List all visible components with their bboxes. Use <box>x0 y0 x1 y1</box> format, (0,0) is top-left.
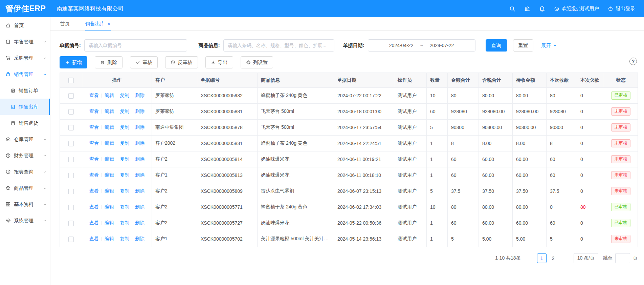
export-button[interactable]: 导出 <box>205 56 233 68</box>
edit-link[interactable]: 编辑 <box>105 236 114 241</box>
tax-total-cell: 60.00 <box>479 215 513 231</box>
product-cell: 蜂蜜柚子茶 240g 黄色 <box>258 199 334 215</box>
basic-icon <box>5 202 11 207</box>
edit-link[interactable]: 编辑 <box>105 156 114 162</box>
delete-link[interactable]: 删除 <box>135 140 145 146</box>
edit-link[interactable]: 编辑 <box>105 220 114 225</box>
building-icon[interactable] <box>524 6 530 12</box>
view-link[interactable]: 查看 <box>89 108 99 114</box>
copy-link[interactable]: 复制 <box>120 172 129 178</box>
copy-link[interactable]: 复制 <box>120 93 129 98</box>
row-checkbox[interactable] <box>68 173 74 178</box>
amount-cell: 60 <box>448 215 479 231</box>
view-link[interactable]: 查看 <box>89 156 99 162</box>
sidebar-item-finance[interactable]: 财务管理 <box>0 147 50 164</box>
view-link[interactable]: 查看 <box>89 220 99 225</box>
add-button[interactable]: 新增 <box>60 56 87 68</box>
page-size-select[interactable]: 10 条/页 <box>574 253 598 263</box>
date-range-picker[interactable]: 2024-04-22 ~ 2024-07-22 <box>368 39 475 52</box>
copy-link[interactable]: 复制 <box>120 156 129 162</box>
sidebar-item-sales-outbound[interactable]: 销售出库 <box>0 99 50 115</box>
expand-link[interactable]: 展开 <box>541 42 557 49</box>
amount-cell: 80 <box>448 199 479 215</box>
reset-button[interactable]: 重置 <box>513 39 533 52</box>
row-checkbox[interactable] <box>68 141 74 146</box>
column-settings-button[interactable]: 列设置 <box>241 56 273 68</box>
row-checkbox[interactable] <box>68 93 74 99</box>
delete-link[interactable]: 删除 <box>135 236 145 241</box>
delete-link[interactable]: 删除 <box>135 220 145 225</box>
sidebar-item-report[interactable]: 报表查询 <box>0 164 50 180</box>
logout-button[interactable]: 退出登录 <box>608 5 635 12</box>
help-icon[interactable]: ? <box>629 58 637 65</box>
delete-link[interactable]: 删除 <box>135 204 145 209</box>
jump-page-input[interactable] <box>615 253 630 263</box>
row-checkbox[interactable] <box>68 237 74 242</box>
view-link[interactable]: 查看 <box>89 236 99 241</box>
view-link[interactable]: 查看 <box>89 124 99 130</box>
search-icon[interactable] <box>509 6 515 12</box>
select-all-checkbox[interactable] <box>68 78 74 83</box>
operations-cell: 查看编辑复制删除 <box>82 167 152 183</box>
close-icon[interactable]: × <box>108 21 111 27</box>
sidebar-item-sales[interactable]: 销售管理 <box>0 66 50 82</box>
delete-link[interactable]: 删除 <box>135 156 145 162</box>
row-checkbox[interactable] <box>68 157 74 162</box>
sidebar-item-home[interactable]: 首页 <box>0 17 50 34</box>
delete-link[interactable]: 删除 <box>135 172 145 178</box>
sidebar-item-system[interactable]: 系统管理 <box>0 212 50 229</box>
unaudit-button[interactable]: 反审核 <box>165 56 198 68</box>
sidebar-item-basic[interactable]: 基本资料 <box>0 196 50 212</box>
sidebar-item-sales-return[interactable]: 销售退货 <box>0 115 50 131</box>
delete-link[interactable]: 删除 <box>135 108 145 114</box>
view-link[interactable]: 查看 <box>89 140 99 146</box>
tab-home[interactable]: 首页 <box>60 17 70 30</box>
edit-link[interactable]: 编辑 <box>105 124 114 130</box>
copy-link[interactable]: 复制 <box>120 140 129 146</box>
page-1-button[interactable]: 1 <box>537 253 547 263</box>
row-checkbox[interactable] <box>68 189 74 194</box>
delete-button[interactable]: 删除 <box>95 56 123 68</box>
sidebar-item-product[interactable]: 商品管理 <box>0 180 50 196</box>
table-row: 查看编辑复制删除 罗莱家纺 XSCK00000005881 飞天茅台 500ml… <box>60 104 638 120</box>
copy-link[interactable]: 复制 <box>120 204 129 209</box>
page-number-list: 12 <box>537 253 558 263</box>
copy-link[interactable]: 复制 <box>120 188 129 194</box>
view-link[interactable]: 查看 <box>89 188 99 194</box>
row-checkbox[interactable] <box>68 221 74 226</box>
edit-link[interactable]: 编辑 <box>105 140 114 146</box>
copy-link[interactable]: 复制 <box>120 220 129 225</box>
row-checkbox[interactable] <box>68 125 74 130</box>
edit-link[interactable]: 编辑 <box>105 108 114 114</box>
row-checkbox[interactable] <box>68 205 74 210</box>
next-page-button[interactable] <box>559 253 569 263</box>
edit-link[interactable]: 编辑 <box>105 204 114 209</box>
prev-page-button[interactable] <box>526 253 536 263</box>
sidebar-item-warehouse[interactable]: 仓库管理 <box>0 131 50 147</box>
delete-link[interactable]: 删除 <box>135 93 145 98</box>
user-menu[interactable]: 欢迎您, 测试用户 <box>554 5 599 12</box>
row-checkbox[interactable] <box>68 109 74 115</box>
page-2-button[interactable]: 2 <box>549 253 558 263</box>
sidebar-item-sales-order[interactable]: 销售订单 <box>0 82 50 99</box>
copy-link[interactable]: 复制 <box>120 108 129 114</box>
bill-no-input[interactable] <box>84 39 187 52</box>
bell-icon[interactable] <box>539 6 545 12</box>
copy-link[interactable]: 复制 <box>120 124 129 130</box>
view-link[interactable]: 查看 <box>89 204 99 209</box>
search-button[interactable]: 查询 <box>486 39 507 52</box>
copy-link[interactable]: 复制 <box>120 236 129 241</box>
view-link[interactable]: 查看 <box>89 172 99 178</box>
edit-link[interactable]: 编辑 <box>105 172 114 178</box>
audit-button[interactable]: 审核 <box>130 56 158 68</box>
delete-link[interactable]: 删除 <box>135 124 145 130</box>
sidebar-item-purchase[interactable]: 采购管理 <box>0 50 50 66</box>
edit-link[interactable]: 编辑 <box>105 93 114 98</box>
view-link[interactable]: 查看 <box>89 93 99 98</box>
tab-sales-outbound[interactable]: 销售出库 × <box>85 17 111 30</box>
sidebar-item-retail[interactable]: 零售管理 <box>0 34 50 50</box>
edit-link[interactable]: 编辑 <box>105 188 114 194</box>
operator-cell: 测试用户 <box>394 151 427 167</box>
product-info-input[interactable] <box>223 39 334 52</box>
delete-link[interactable]: 删除 <box>135 188 145 194</box>
